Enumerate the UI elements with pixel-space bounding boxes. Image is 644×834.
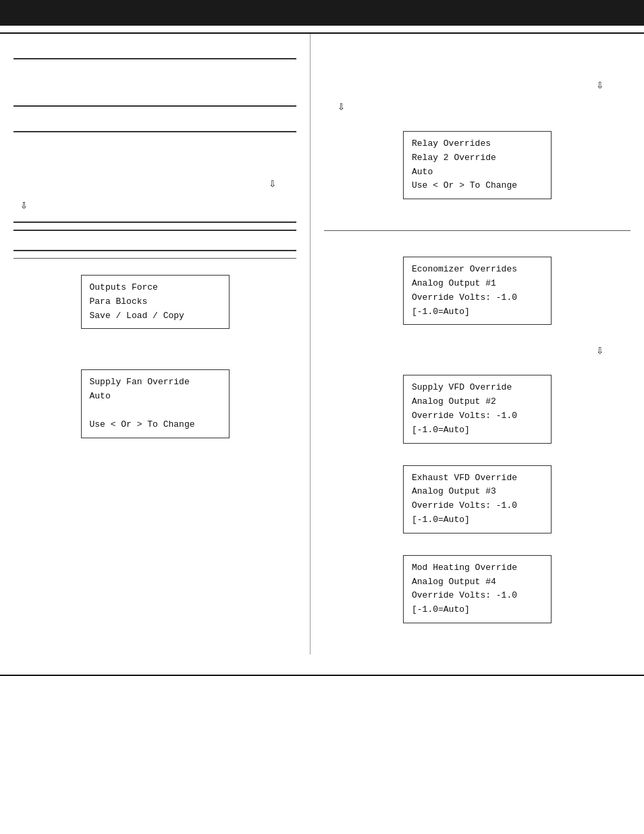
mod-heating-line2: Analog Output #4 (412, 575, 543, 590)
exhaust-vfd-line4: [-1.0=Auto] (412, 513, 543, 527)
economizer-line4: [-1.0=Auto] (412, 305, 543, 319)
mod-heating-line1: Mod Heating Override (412, 561, 543, 575)
mod-heating-box-container: Mod Heating Override Analog Output #4 Ov… (324, 551, 630, 627)
relay-box: Relay Overrides Relay 2 Override Auto Us… (403, 131, 552, 199)
down-arrow-4: ⇩ (338, 99, 345, 113)
exhaust-vfd-line2: Analog Output #3 (412, 485, 543, 499)
down-arrow-1: ⇩ (269, 176, 276, 190)
left-section-rule-7 (14, 258, 296, 259)
right-arrow-row-3: ⇩ (324, 340, 630, 360)
page-content: ⇩ ⇩ Outputs Force Para Blocks Save / Loa… (0, 34, 644, 654)
down-arrow-5: ⇩ (596, 342, 603, 357)
outputs-line3: Save / Load / Copy (90, 309, 221, 323)
right-arrow-row-2: ⇩ (324, 96, 630, 116)
outputs-line1: Outputs Force (90, 281, 221, 295)
relay-line2: Relay 2 Override (412, 151, 543, 165)
right-column: ⇩ ⇩ Relay Overrides Relay 2 Override Aut… (311, 34, 644, 654)
supply-vfd-box: Supply VFD Override Analog Output #2 Ove… (403, 375, 552, 443)
economizer-box-container: Economizer Overrides Analog Output #1 Ov… (324, 253, 630, 329)
economizer-line2: Analog Output #1 (412, 277, 543, 291)
relay-line4: Use < Or > To Change (412, 179, 543, 193)
supply-fan-line1: Supply Fan Override (90, 375, 221, 390)
left-section-rule-5 (14, 230, 296, 231)
footer-rule (0, 675, 644, 676)
economizer-box: Economizer Overrides Analog Output #1 Ov… (403, 257, 552, 325)
supply-fan-line3 (90, 404, 221, 418)
left-arrow-row-1: ⇩ (14, 173, 296, 193)
outputs-box-container: Outputs Force Para Blocks Save / Load / … (14, 271, 296, 333)
supply-vfd-line4: [-1.0=Auto] (412, 423, 543, 438)
left-section-rule-3 (14, 131, 296, 132)
down-arrow-3: ⇩ (596, 77, 603, 92)
exhaust-vfd-box-container: Exhaust VFD Override Analog Output #3 Ov… (324, 461, 630, 538)
left-section-rule-6 (14, 250, 296, 251)
supply-vfd-box-container: Supply VFD Override Analog Output #2 Ove… (324, 371, 630, 447)
supply-fan-box-container: Supply Fan Override Auto Use < Or > To C… (14, 365, 296, 442)
exhaust-vfd-box: Exhaust VFD Override Analog Output #3 Ov… (403, 465, 552, 533)
supply-vfd-line1: Supply VFD Override (412, 381, 543, 395)
left-section-rule-1 (14, 58, 296, 59)
supply-fan-line2: Auto (90, 390, 221, 404)
exhaust-vfd-line1: Exhaust VFD Override (412, 471, 543, 486)
left-section-rule-2 (14, 105, 296, 107)
down-arrow-2: ⇩ (20, 197, 28, 212)
supply-fan-line4: Use < Or > To Change (90, 418, 221, 432)
right-arrow-row-1: ⇩ (324, 74, 630, 95)
relay-line1: Relay Overrides (412, 137, 543, 151)
mod-heating-line4: [-1.0=Auto] (412, 603, 543, 617)
relay-line3: Auto (412, 165, 543, 180)
left-column: ⇩ ⇩ Outputs Force Para Blocks Save / Loa… (0, 34, 311, 654)
economizer-line3: Override Volts: -1.0 (412, 291, 543, 305)
supply-fan-box: Supply Fan Override Auto Use < Or > To C… (81, 369, 230, 438)
exhaust-vfd-line3: Override Volts: -1.0 (412, 499, 543, 513)
economizer-line1: Economizer Overrides (412, 263, 543, 277)
header-bar (0, 0, 644, 26)
supply-vfd-line3: Override Volts: -1.0 (412, 409, 543, 423)
supply-vfd-line2: Analog Output #2 (412, 395, 543, 409)
outputs-box: Outputs Force Para Blocks Save / Load / … (81, 275, 230, 329)
mod-heating-line3: Override Volts: -1.0 (412, 589, 543, 603)
mod-heating-box: Mod Heating Override Analog Output #4 Ov… (403, 555, 552, 623)
right-section-rule-1 (324, 230, 630, 231)
relay-box-container: Relay Overrides Relay 2 Override Auto Us… (324, 127, 630, 203)
left-section-rule-4 (14, 221, 296, 223)
outputs-line2: Para Blocks (90, 295, 221, 309)
left-arrow-row-2: ⇩ (14, 194, 296, 215)
